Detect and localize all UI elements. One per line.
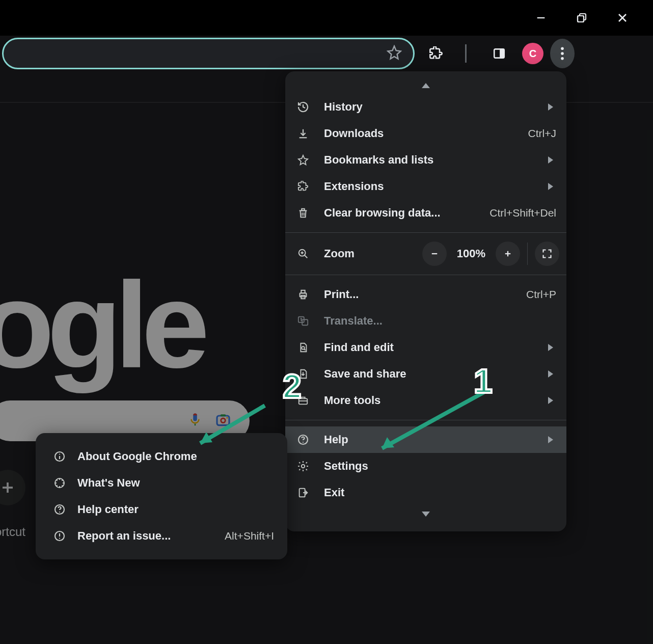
extensions-icon[interactable] (424, 41, 448, 66)
svg-line-20 (305, 255, 308, 258)
print-icon (296, 288, 310, 301)
help-icon (296, 433, 310, 446)
menu-scroll-down[interactable] (285, 506, 566, 522)
submenu-help-center-label: Help center (77, 503, 274, 516)
menu-extensions[interactable]: Extensions (285, 173, 566, 200)
window-close-button[interactable] (612, 8, 633, 28)
exit-icon (296, 486, 310, 499)
svg-point-15 (561, 52, 564, 55)
svg-point-37 (302, 465, 305, 468)
submenu-report-label: Report an issue... (77, 529, 213, 543)
menu-exit[interactable]: Exit (285, 479, 566, 506)
profile-avatar[interactable]: C (521, 41, 545, 66)
help-icon (53, 503, 66, 516)
submenu-report-shortcut: Alt+Shift+I (225, 530, 274, 542)
menu-downloads-label: Downloads (324, 127, 514, 140)
zoom-value: 100% (452, 247, 491, 260)
menu-history[interactable]: History (285, 94, 566, 120)
report-icon (53, 530, 66, 542)
submenu-arrow-icon (548, 394, 556, 407)
zoom-separator (527, 243, 528, 265)
svg-point-36 (303, 442, 304, 443)
menu-clear-data-label: Clear browsing data... (324, 206, 475, 220)
menu-translate: Translate... (285, 308, 566, 334)
svg-line-32 (304, 349, 306, 351)
toolbar-separator (453, 41, 478, 66)
browser-toolbar: C (0, 36, 653, 71)
svg-rect-2 (578, 16, 584, 22)
submenu-arrow-icon (548, 433, 556, 446)
menu-find-and-edit[interactable]: Find and edit (285, 334, 566, 361)
svg-point-16 (561, 57, 564, 60)
menu-bookmarks[interactable]: Bookmarks and lists (285, 147, 566, 173)
translate-icon (296, 314, 310, 328)
history-icon (296, 100, 310, 114)
chrome-window: ogle ortcut (0, 0, 653, 644)
window-titlebar (0, 0, 653, 36)
svg-point-14 (561, 47, 564, 50)
submenu-help-center[interactable]: Help center (36, 496, 287, 523)
annotation-arrow-2 (191, 403, 273, 453)
gear-icon (296, 460, 310, 473)
profile-initial: C (529, 48, 536, 60)
submenu-arrow-icon (548, 100, 556, 114)
menu-separator (285, 275, 566, 275)
menu-save-and-share[interactable]: Save and share (285, 361, 566, 387)
menu-translate-label: Translate... (324, 314, 556, 328)
download-icon (296, 127, 310, 140)
svg-point-44 (59, 512, 60, 513)
submenu-arrow-icon (548, 367, 556, 381)
svg-line-48 (382, 392, 484, 448)
chrome-menu-button[interactable] (550, 41, 575, 66)
fullscreen-button[interactable] (535, 242, 559, 266)
extensions-icon (296, 180, 310, 193)
menu-scroll-up[interactable] (285, 77, 566, 94)
menu-downloads[interactable]: Downloads Ctrl+J (285, 120, 566, 147)
menu-exit-label: Exit (324, 486, 556, 499)
submenu-arrow-icon (548, 153, 556, 167)
menu-find-label: Find and edit (324, 341, 534, 354)
star-icon (296, 153, 310, 167)
menu-zoom-row: Zoom 100% (285, 239, 566, 269)
submenu-whats-new-label: What's New (77, 476, 274, 490)
info-icon (53, 450, 66, 463)
address-bar[interactable] (2, 38, 415, 69)
zoom-in-button[interactable] (496, 242, 520, 266)
whats-new-icon (53, 477, 66, 489)
zoom-out-button[interactable] (422, 242, 447, 266)
submenu-report-issue[interactable]: Report an issue... Alt+Shift+I (36, 523, 287, 549)
menu-print-shortcut: Ctrl+P (526, 288, 556, 301)
window-restore-button[interactable] (572, 8, 592, 28)
menu-clear-data-shortcut: Ctrl+Shift+Del (489, 207, 556, 219)
svg-point-41 (59, 453, 60, 454)
bookmark-star-icon[interactable] (387, 45, 402, 62)
submenu-arrow-icon (548, 180, 556, 193)
menu-print[interactable]: Print... Ctrl+P (285, 281, 566, 308)
menu-save-share-label: Save and share (324, 367, 534, 381)
window-minimize-button[interactable] (531, 8, 551, 28)
find-in-page-icon (296, 341, 310, 354)
annotation-number-2: 2 (283, 367, 302, 406)
annotation-number-1: 1 (474, 362, 493, 400)
side-panel-icon[interactable] (487, 41, 511, 66)
menu-separator (285, 232, 566, 233)
submenu-whats-new[interactable]: What's New (36, 470, 287, 496)
svg-rect-13 (500, 49, 504, 58)
menu-bookmarks-label: Bookmarks and lists (324, 153, 534, 167)
svg-line-50 (200, 406, 265, 443)
menu-zoom-label: Zoom (324, 247, 355, 260)
menu-print-label: Print... (324, 288, 512, 301)
trash-icon (296, 206, 310, 220)
svg-point-47 (59, 538, 60, 539)
zoom-in-icon (296, 247, 310, 260)
menu-downloads-shortcut: Ctrl+J (528, 127, 556, 140)
menu-clear-browsing-data[interactable]: Clear browsing data... Ctrl+Shift+Del (285, 200, 566, 226)
menu-extensions-label: Extensions (324, 180, 534, 193)
menu-history-label: History (324, 100, 534, 114)
svg-rect-27 (301, 290, 305, 293)
submenu-arrow-icon (548, 341, 556, 354)
